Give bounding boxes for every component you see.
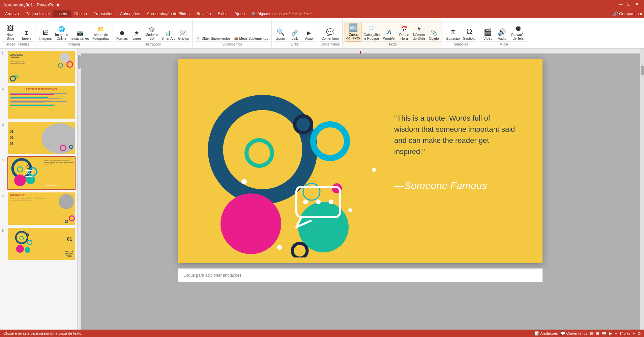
novo-slide-btn[interactable]: 🖼 Novo Slide (2, 24, 19, 41)
zoom-icon: 🔍 (276, 28, 285, 36)
data-hora-btn[interactable]: 📅 Data e Hora (398, 25, 411, 41)
slide-preview-2[interactable]: CONTENTS OF THIS TEMPLATE (7, 86, 76, 119)
simbolo-btn[interactable]: Ω Símbolo (462, 26, 477, 41)
main-area: 1 LANGUAGECENTER Here is where yourprese… (0, 49, 644, 330)
share-btn[interactable]: 🔗 Compartilhar (613, 11, 642, 16)
reading-view-btn[interactable]: 📖 (602, 331, 607, 336)
status-bar-right: 📝 Anotações 💬 Comentários ▤ ⊞ 📖 ▶ − 143 … (535, 331, 641, 336)
slide-preview-3[interactable]: 010203 (7, 121, 76, 155)
ruler-top (81, 49, 640, 54)
notes-placeholder: Clique para adicionar anotações (183, 273, 241, 278)
scrollbar-thumb[interactable] (78, 55, 81, 69)
svg-point-32 (329, 200, 333, 204)
anotacoes-btn[interactable]: 📝 Anotações (535, 331, 558, 336)
link-btn[interactable]: 🔗 Link (288, 29, 301, 41)
ribbon-group-texto: 🔤 Caixa de Texto 📄 Cabeçalho e Rodapé A … (343, 19, 443, 48)
svg-point-20 (221, 193, 281, 254)
svg-point-30 (303, 200, 308, 204)
menu-ajuda[interactable]: Ajuda (231, 10, 248, 17)
ribbon-group-simbolos: π Equação Ω Símbolo Símbolos (443, 19, 479, 48)
menu-exibir[interactable]: Exibir (214, 10, 231, 17)
fit-slide-btn[interactable]: ⊡ (638, 331, 641, 336)
slide-preview-1[interactable]: LANGUAGECENTER Here is where yourpresent… (7, 50, 76, 84)
menu-apresentacao[interactable]: Apresentação de Slides (143, 10, 193, 17)
imagens-btn[interactable]: 🖼 Imagens (37, 29, 53, 41)
normal-view-btn[interactable]: ▤ (590, 331, 593, 336)
slide-thumb-3[interactable]: 3 010203 (2, 121, 76, 155)
objeto-btn[interactable]: 📎 Objeto (427, 29, 441, 41)
slide-thumb-4[interactable]: 4 (2, 156, 76, 190)
modelos3d-btn[interactable]: 🎲 Modelos 3D (144, 25, 159, 41)
slide-preview-4[interactable]: "This is a quote. Words full of wisdom t… (7, 156, 76, 190)
menu-design[interactable]: Design (71, 10, 90, 17)
menu-animacoes[interactable]: Animações (117, 10, 143, 17)
instantaneo-icon: 📷 (77, 30, 84, 36)
smartart-btn[interactable]: 📊 SmartArt (160, 29, 176, 41)
slide-thumb-5[interactable]: 5 INTRODUCTION Here is the space to put … (2, 192, 76, 225)
equacao-btn[interactable]: π Equação (445, 26, 461, 41)
slide-preview-6[interactable]: 01 THIS IS ASECTIONTITLE (7, 227, 76, 261)
album-btn[interactable]: 📁 Álbum de Fotografias (91, 25, 111, 41)
zoom-btn[interactable]: 🔍 Zoom (274, 27, 287, 41)
smartart-icon: 📊 (165, 30, 171, 36)
meus-suplementos-btn[interactable]: 📦 Meus Suplementos (233, 36, 270, 41)
slide-preview-5[interactable]: INTRODUCTION Here is the space to put an… (7, 192, 76, 225)
maximize-btn[interactable]: □ (627, 2, 630, 7)
ribbon-group-slides: 🖼 Novo Slide ⊞ Tabela Slides Tabelas (0, 19, 35, 48)
imagens-online-btn[interactable]: 🌐 Imagens Online (54, 25, 69, 41)
obter-suplementos-btn[interactable]: 🛒 Obter Suplementos (195, 36, 232, 41)
caixa-texto-btn[interactable]: 🔤 Caixa de Texto (345, 22, 361, 41)
svg-point-1 (18, 167, 23, 172)
comentarios-btn[interactable]: 💬 Comentários (561, 331, 587, 336)
video-btn[interactable]: 🎬 Vídeo (481, 27, 495, 41)
imagens-group-label: Imagens (37, 41, 111, 46)
slide-thumb-1[interactable]: 1 LANGUAGECENTER Here is where yourprese… (2, 50, 76, 84)
instantaneo-btn[interactable]: 📷 Instantâneo (70, 29, 90, 41)
slide-thumb-2[interactable]: 2 CONTENTS OF THIS TEMPLATE (2, 86, 76, 119)
thumb1-dec2 (15, 75, 18, 78)
acao-btn[interactable]: ▶ Ação (302, 29, 316, 41)
formas-btn[interactable]: ⬟ Formas (115, 29, 129, 41)
wordart-btn[interactable]: A WordArt (382, 28, 397, 41)
gravacao-tela-btn[interactable]: ⏺ Gravação de Tela (509, 24, 527, 41)
slide-panel-scrollbar[interactable] (78, 49, 81, 330)
gravacao-tela-icon: ⏺ (515, 25, 522, 32)
imagens-icon: 🖼 (42, 30, 48, 36)
thumb5-blue-circle (65, 220, 68, 223)
thumb5-photo (59, 194, 74, 209)
notes-bar[interactable]: Clique para adicionar anotações (178, 268, 543, 282)
circles-decoration-svg (195, 75, 384, 257)
imagens-online-icon: 🌐 (58, 26, 65, 32)
icones-btn[interactable]: ★ Ícones (130, 29, 143, 41)
close-btn[interactable]: ✕ (635, 2, 639, 7)
album-icon: 📁 (97, 26, 104, 32)
zoom-minus-btn[interactable]: − (615, 331, 617, 335)
comentario-btn[interactable]: 💬 Comentário (320, 27, 340, 41)
slide-sorter-btn[interactable]: ⊞ (596, 331, 599, 336)
menu-inserir[interactable]: Inserir (53, 10, 71, 17)
menu-arquivo[interactable]: Arquivo (2, 10, 22, 17)
slide-canvas[interactable]: "This is a quote. Words full of wisdom t… (178, 59, 543, 263)
thumb3-circle-blue (69, 145, 73, 149)
search-box[interactable]: 🔍 Diga-me o que você deseja fazer (252, 12, 312, 16)
menu-revisao[interactable]: Revisão (193, 10, 214, 17)
menu-pagina-inicial[interactable]: Página Inicial (22, 10, 53, 17)
status-text: Clique e arraste para inserir uma caixa … (3, 331, 82, 335)
svg-point-27 (348, 208, 352, 212)
minimize-btn[interactable]: ─ (619, 2, 622, 7)
slide-panel: 1 LANGUAGECENTER Here is where yourprese… (0, 49, 78, 330)
right-scrollbar[interactable] (640, 49, 644, 330)
grafico-btn[interactable]: 📈 Gráfico (177, 29, 190, 41)
zoom-plus-btn[interactable]: + (633, 331, 635, 335)
svg-point-11 (20, 236, 24, 240)
slide-thumb-6[interactable]: 6 01 THIS IS ASECTIONTITLE (2, 227, 76, 261)
quote-author: —Someone Famous (394, 180, 516, 191)
right-scrollbar-thumb[interactable] (641, 65, 644, 75)
presentation-btn[interactable]: ▶ (609, 331, 612, 336)
cabecalho-rodape-btn[interactable]: 📄 Cabeçalho e Rodapé (362, 25, 381, 41)
texto-group-label: Texto (345, 41, 441, 46)
menu-transicoes[interactable]: Transições (90, 10, 117, 17)
tabela-btn[interactable]: ⊞ Tabela (20, 29, 33, 41)
numero-slide-btn[interactable]: # Número do Slide (412, 25, 427, 41)
audio-btn[interactable]: 🔊 Áudio (495, 27, 509, 41)
